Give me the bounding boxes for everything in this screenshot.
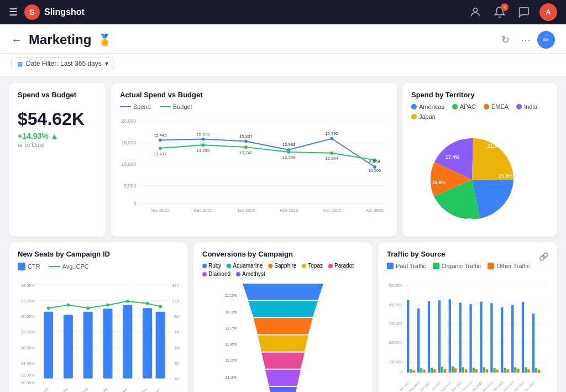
svg-text:15,792: 15,792 <box>325 131 338 136</box>
svg-rect-73 <box>143 308 152 378</box>
svg-marker-96 <box>243 284 323 300</box>
spend-vs-budget-title: Spend vs Budget <box>18 91 97 99</box>
svg-text:18.9%: 18.9% <box>432 180 446 185</box>
legend-americas: Americas <box>411 103 444 110</box>
actual-spend-card: Actual Spend vs Budget Spend Budget 20,0… <box>111 83 397 237</box>
legend-paradot-label: Paradot <box>334 263 354 269</box>
legend-emea: EMEA <box>484 103 509 110</box>
conversions-title: Conversions by Campaign <box>202 250 364 258</box>
svg-text:Jan-2023: Jan-2023 <box>237 208 255 213</box>
svg-rect-126 <box>444 369 446 373</box>
legend-diamond-label: Diamond <box>208 271 230 277</box>
svg-rect-122 <box>431 368 433 373</box>
hamburger-icon[interactable]: ☰ <box>9 6 18 18</box>
svg-rect-143 <box>504 368 506 373</box>
svg-text:200,000: 200,000 <box>389 341 403 344</box>
svg-text:Ruby: Ruby <box>119 387 129 392</box>
legend-budget: Budget <box>160 103 192 110</box>
legend-sapphire-label: Sapphire <box>274 263 296 269</box>
spend-chart: 20,000 15,000 10,000 5,000 0 <box>120 113 388 221</box>
legend-amethyst: Amethyst <box>236 271 265 277</box>
svg-text:$6: $6 <box>175 330 179 334</box>
svg-point-81 <box>159 305 162 309</box>
legend-india: India <box>516 103 537 110</box>
pie-legend: Americas APAC EMEA India Japan <box>411 103 548 120</box>
notifications-icon[interactable]: 4 <box>491 3 509 21</box>
new-seats-title: New Seats by Campaign ID <box>18 250 179 258</box>
new-seats-chart: 34.00% 32.00% 30.00% 28.00% 26.00% 24.00… <box>18 274 179 392</box>
svg-rect-117 <box>412 370 415 372</box>
svg-text:12.7%: 12.7% <box>225 326 237 331</box>
svg-text:8,958: 8,958 <box>369 159 380 164</box>
legend-japan: Japan <box>411 113 436 120</box>
svg-text:100,000: 100,000 <box>389 360 403 364</box>
svg-marker-98 <box>253 318 312 334</box>
svg-text:Apr-2023: Apr-2023 <box>524 380 535 391</box>
link-icon[interactable]: 🔗 <box>539 252 548 261</box>
svg-rect-121 <box>428 301 430 373</box>
svg-text:5,000: 5,000 <box>124 183 136 189</box>
svg-rect-129 <box>454 368 457 373</box>
legend-apac: APAC <box>452 103 476 110</box>
award-icon: 🏅 <box>98 33 112 46</box>
svg-text:Nov-2022: Nov-2022 <box>471 380 483 392</box>
svg-rect-119 <box>420 368 422 373</box>
svg-text:Feb-2023: Feb-2023 <box>503 380 515 392</box>
svg-text:12,558: 12,558 <box>282 155 296 160</box>
legend-budget-label: Budget <box>173 103 192 110</box>
user-avatar[interactable]: A <box>539 3 557 21</box>
dashboard: Spend vs Budget $54.62K +14.93% ▲ ar to … <box>0 76 566 392</box>
svg-rect-151 <box>532 313 534 372</box>
svg-text:22.2%: 22.2% <box>225 293 237 298</box>
svg-rect-115 <box>407 300 409 372</box>
svg-rect-72 <box>123 305 132 379</box>
svg-text:Aquamarine: Aquamarine <box>51 387 69 392</box>
new-seats-legend: CTR Avg. CPC <box>18 263 179 270</box>
svg-text:30.00%: 30.00% <box>21 314 35 319</box>
svg-rect-134 <box>473 368 475 373</box>
svg-point-15 <box>330 137 333 140</box>
legend-organic: Organic Traffic <box>433 263 481 269</box>
back-button[interactable]: ← <box>11 34 22 46</box>
refresh-button[interactable]: ↻ <box>501 34 510 46</box>
svg-rect-125 <box>441 367 443 372</box>
svg-text:Dec-2022: Dec-2022 <box>482 380 494 392</box>
svg-rect-116 <box>410 369 412 373</box>
svg-text:$4: $4 <box>175 346 179 351</box>
svg-rect-148 <box>522 302 524 373</box>
edit-button[interactable]: ✏ <box>537 31 555 49</box>
svg-point-77 <box>86 306 90 310</box>
svg-rect-131 <box>462 367 464 372</box>
svg-text:10,500: 10,500 <box>368 168 381 173</box>
users-nav-icon[interactable] <box>467 3 484 21</box>
spend-by-territory-card: Spend by Territory Americas APAC EMEA In… <box>402 83 557 237</box>
svg-text:15,337: 15,337 <box>239 134 253 139</box>
legend-aquamarine: Aquamarine <box>227 263 263 269</box>
traffic-by-source-title: Traffic by Source <box>387 250 445 258</box>
row-2: New Seats by Campaign ID CTR Avg. CPC 34… <box>9 242 557 392</box>
new-seats-card: New Seats by Campaign ID CTR Avg. CPC 34… <box>9 242 188 392</box>
legend-sapphire: Sapphire <box>268 263 296 269</box>
row-1: Spend vs Budget $54.62K +14.93% ▲ ar to … <box>9 83 557 237</box>
legend-americas-label: Americas <box>419 103 444 110</box>
svg-point-21 <box>330 151 333 155</box>
svg-text:May-2022: May-2022 <box>408 380 421 392</box>
svg-text:Mar-2023: Mar-2023 <box>513 380 525 392</box>
date-filter-button[interactable]: ▦ Date Filter: Last 365 days ▾ <box>11 57 114 70</box>
more-options-button[interactable]: ⋯ <box>521 34 531 46</box>
svg-rect-142 <box>501 307 503 373</box>
svg-rect-146 <box>514 367 516 372</box>
svg-marker-102 <box>269 387 297 392</box>
pie-chart: 21.8% 20.3% 18.9% 17.4% 21.6% <box>411 124 533 227</box>
legend-ctr-label: CTR <box>28 263 40 270</box>
svg-rect-120 <box>423 370 425 373</box>
svg-text:20.00%: 20.00% <box>21 380 35 385</box>
chat-icon[interactable] <box>515 3 533 21</box>
svg-point-13 <box>244 140 248 143</box>
filter-bar: ▦ Date Filter: Last 365 days ▾ <box>0 54 566 76</box>
page-header: ← Marketing 🏅 ↻ ⋯ ✏ <box>0 24 566 54</box>
svg-text:24.00%: 24.00% <box>21 361 35 366</box>
svg-text:15,000: 15,000 <box>121 140 136 145</box>
svg-text:Amethyst: Amethyst <box>35 387 49 392</box>
legend-other: Other Traffic <box>488 263 530 269</box>
